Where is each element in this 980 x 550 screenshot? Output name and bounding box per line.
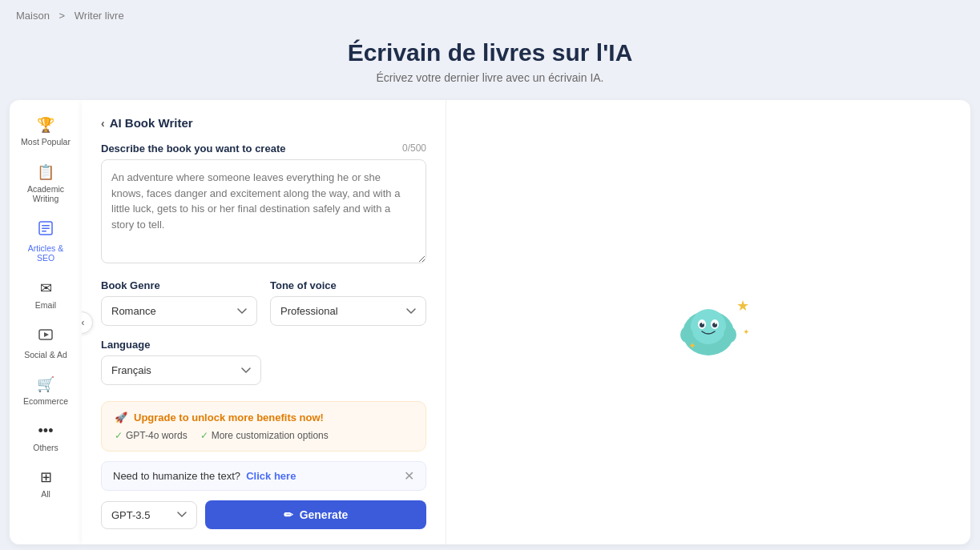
rocket-icon: 🚀: [115, 411, 127, 424]
upgrade-title-text[interactable]: Upgrade to unlock more benefits now!: [134, 411, 324, 424]
benefit-gpt4o: ✓ GPT-4o words: [115, 430, 188, 441]
tone-group: Tone of voice Professional Casual Formal: [270, 279, 426, 326]
generate-button[interactable]: ✏ Generate: [205, 500, 426, 529]
breadcrumb: Maison > Writer livre: [0, 0, 980, 31]
language-select[interactable]: Français English Español: [101, 355, 261, 385]
all-icon: ⊞: [40, 468, 52, 486]
svg-point-10: [700, 323, 704, 327]
academic-icon: 📋: [37, 163, 54, 181]
check-icon-2: ✓: [200, 430, 208, 441]
sidebar-item-most-popular[interactable]: 🏆 Most Popular: [14, 110, 78, 154]
page-subtitle: Écrivez votre dernier livre avec un écri…: [0, 71, 980, 84]
sidebar-item-others[interactable]: ••• Others: [14, 416, 78, 460]
humanize-text: Need to humanize the text?: [113, 470, 240, 482]
content-area: ‹ AI Book Writer Describe the book you w…: [82, 100, 970, 544]
form-title: AI Book Writer: [110, 116, 193, 130]
svg-point-15: [724, 327, 736, 343]
others-icon: •••: [38, 423, 54, 440]
description-group: Describe the book you want to create 0/5…: [101, 143, 426, 267]
bottom-bar: GPT-3.5 GPT-4o ✏ Generate: [101, 500, 426, 529]
language-label: Language: [101, 339, 426, 351]
breadcrumb-current: Writer livre: [75, 10, 124, 22]
trophy-icon: 🏆: [37, 116, 54, 134]
svg-point-13: [715, 323, 716, 324]
benefit-customization: ✓ More customization options: [200, 430, 329, 441]
humanize-bar: Need to humanize the text? Click here ✕: [101, 461, 426, 491]
articles-icon: [38, 220, 54, 240]
svg-rect-1: [42, 225, 50, 227]
book-genre-label: Book Genre: [101, 279, 257, 291]
description-label: Describe the book you want to create: [101, 143, 285, 155]
ecommerce-icon: 🛒: [37, 375, 54, 393]
sidebar-item-email[interactable]: ✉ Email: [14, 273, 78, 317]
sidebar-item-academic-writing[interactable]: 📋 Academic Writing: [14, 157, 78, 211]
svg-text:✦: ✦: [688, 340, 696, 351]
chevron-left-icon: ‹: [101, 117, 105, 130]
book-genre-select[interactable]: Romance Fantasy Mystery Thriller: [101, 296, 257, 326]
breadcrumb-separator: >: [59, 10, 66, 22]
breadcrumb-home[interactable]: Maison: [16, 10, 50, 22]
svg-text:✦: ✦: [743, 327, 749, 336]
sidebar-item-ecommerce[interactable]: 🛒 Ecommerce: [14, 369, 78, 413]
sidebar-item-all[interactable]: ⊞ All: [14, 462, 78, 506]
tone-select[interactable]: Professional Casual Formal: [270, 296, 426, 326]
pencil-icon: ✏: [284, 508, 293, 521]
svg-rect-2: [42, 227, 50, 229]
social-icon: [38, 327, 54, 347]
check-icon-1: ✓: [115, 430, 123, 441]
mascot-area: ★ ✦ ✦: [656, 279, 760, 367]
tone-label: Tone of voice: [270, 279, 426, 291]
humanize-link[interactable]: Click here: [246, 470, 296, 482]
page-header: Écrivain de livres sur l'IA Écrivez votr…: [0, 31, 980, 100]
sidebar-item-articles-seo[interactable]: Articles & SEO: [14, 214, 78, 270]
book-genre-group: Book Genre Romance Fantasy Mystery Thril…: [101, 279, 257, 326]
sidebar: 🏆 Most Popular 📋 Academic Writing Articl…: [10, 100, 82, 544]
svg-point-11: [712, 323, 717, 327]
svg-text:★: ★: [736, 298, 749, 314]
svg-marker-5: [44, 332, 49, 337]
description-textarea[interactable]: [101, 159, 426, 263]
language-group: Language Français English Español: [101, 339, 426, 385]
char-count: 0/500: [402, 143, 426, 155]
svg-rect-3: [42, 231, 46, 232]
right-panel: ★ ✦ ✦: [446, 100, 970, 544]
back-nav[interactable]: ‹ AI Book Writer: [101, 116, 426, 130]
upgrade-banner: 🚀 Upgrade to unlock more benefits now! ✓…: [101, 401, 426, 452]
page-title: Écrivain de livres sur l'IA: [0, 39, 980, 66]
sidebar-item-social-ad[interactable]: Social & Ad: [14, 320, 78, 367]
svg-point-7: [691, 309, 726, 344]
form-panel: ‹ AI Book Writer Describe the book you w…: [82, 100, 446, 544]
model-select[interactable]: GPT-3.5 GPT-4o: [101, 501, 197, 529]
email-icon: ✉: [40, 279, 52, 297]
close-humanize-button[interactable]: ✕: [404, 468, 414, 484]
svg-point-12: [702, 323, 704, 324]
